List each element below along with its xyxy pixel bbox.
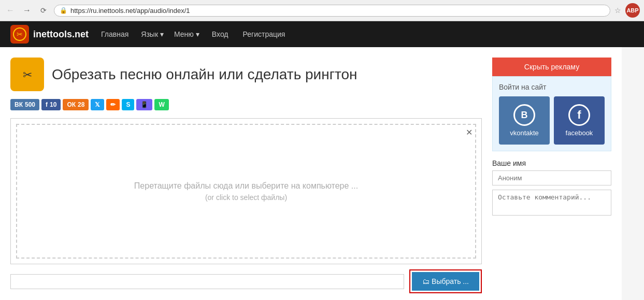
name-input[interactable] (492, 170, 611, 185)
skype-icon: S (126, 101, 130, 108)
svg-text:✂: ✂ (23, 68, 32, 81)
address-bar-container: 🔒 (54, 5, 610, 17)
browser-chrome: ← → ⟳ 🔒 ☆ ABP (0, 0, 644, 21)
comment-input[interactable] (492, 190, 611, 216)
login-section: Войти на сайт В vkontakte f facebook (492, 76, 611, 151)
fb-icon: f (46, 101, 48, 108)
vkontakte-label: vkontakte (510, 129, 539, 137)
viber-share-button[interactable]: 📱 (136, 99, 152, 110)
fb-share-button[interactable]: f 10 (41, 99, 61, 110)
facebook-label: facebook (566, 129, 593, 137)
vk-circle-icon: В (513, 104, 535, 126)
vk-icon: ВК (15, 101, 23, 108)
main-area: ✂ Обрезать песню онлайн или сделать ринг… (10, 58, 482, 293)
logo-icon: ✂ (10, 25, 29, 44)
lock-icon: 🔒 (60, 7, 67, 14)
twitter-share-button[interactable]: 𝕏 (91, 99, 104, 110)
fb-circle-icon: f (568, 104, 590, 126)
bookmark-icon[interactable]: ☆ (614, 6, 621, 15)
sidebar: Скрыть рекламу Войти на сайт В vkontakte… (492, 58, 611, 293)
back-button[interactable]: ← (4, 4, 17, 17)
facebook-login-button[interactable]: f facebook (554, 96, 605, 145)
site-navbar: ✂ inettools.net Главная Язык ▾ Меню ▾ Вх… (0, 21, 644, 47)
forward-button[interactable]: → (21, 4, 33, 17)
drop-zone[interactable]: ✕ Перетащите файлы сюда или выберите на … (16, 124, 476, 259)
file-name-input[interactable] (10, 274, 404, 289)
logo-area: ✂ inettools.net (10, 25, 89, 44)
chevron-down-icon: ▾ (160, 30, 164, 38)
page-title: Обрезать песню онлайн или сделать рингто… (52, 66, 357, 83)
drop-text-main: Перетащите файлы сюда или выберите на ко… (134, 181, 358, 191)
skype-share-button[interactable]: S (122, 99, 134, 110)
ok-count: 28 (78, 101, 84, 108)
whatsapp-icon: W (159, 101, 164, 108)
nav-home[interactable]: Главная (99, 30, 131, 38)
viber-icon: 📱 (140, 101, 148, 108)
browser-avatar: ABP (625, 3, 640, 18)
blog-icon: ✏ (110, 101, 116, 108)
whatsapp-share-button[interactable]: W (154, 99, 168, 110)
logo-text: inettools.net (33, 29, 89, 40)
drop-zone-wrapper: ✕ Перетащите файлы сюда или выберите на … (10, 118, 482, 264)
social-login-buttons: В vkontakte f facebook (499, 96, 605, 145)
address-bar[interactable] (70, 7, 605, 15)
hide-ads-button[interactable]: Скрыть рекламу (492, 58, 611, 76)
bottom-bar: 🗂 Выбрать ... (10, 269, 482, 293)
drop-text-sub: (or click to select файлы) (205, 193, 287, 202)
blog-share-button[interactable]: ✏ (106, 99, 120, 110)
choose-btn-wrapper: 🗂 Выбрать ... (409, 269, 482, 293)
your-name-section: Ваше имя (492, 159, 611, 217)
twitter-icon: 𝕏 (95, 101, 100, 108)
your-name-label: Ваше имя (492, 159, 611, 167)
ok-share-button[interactable]: ОК 28 (63, 99, 89, 110)
page-content: ✂ Обрезать песню онлайн или сделать ринг… (0, 47, 622, 300)
login-text: Войти на сайт (499, 83, 605, 91)
vkontakte-login-button[interactable]: В vkontakte (499, 96, 550, 145)
choose-file-button[interactable]: 🗂 Выбрать ... (412, 272, 479, 291)
close-icon[interactable]: ✕ (466, 127, 473, 137)
nav-language[interactable]: Язык ▾ (141, 30, 164, 38)
refresh-button[interactable]: ⟳ (37, 4, 50, 17)
fb-count: 10 (50, 101, 56, 108)
page-title-area: ✂ Обрезать песню онлайн или сделать ринг… (10, 58, 482, 91)
nav-menu[interactable]: Меню ▾ (174, 30, 199, 38)
nav-register[interactable]: Регистрация (241, 30, 288, 38)
browser-toolbar: ← → ⟳ 🔒 ☆ ABP (0, 0, 644, 21)
svg-text:✂: ✂ (17, 30, 23, 38)
chevron-down-icon: ▾ (196, 30, 199, 38)
tool-icon: ✂ (10, 58, 44, 91)
social-share-buttons: ВК 500 f 10 ОК 28 𝕏 ✏ S 📱 (10, 99, 482, 110)
ok-icon: ОК (67, 101, 76, 108)
nav-login[interactable]: Вход (210, 30, 231, 38)
vk-share-button[interactable]: ВК 500 (10, 99, 39, 110)
vk-count: 500 (25, 101, 35, 108)
